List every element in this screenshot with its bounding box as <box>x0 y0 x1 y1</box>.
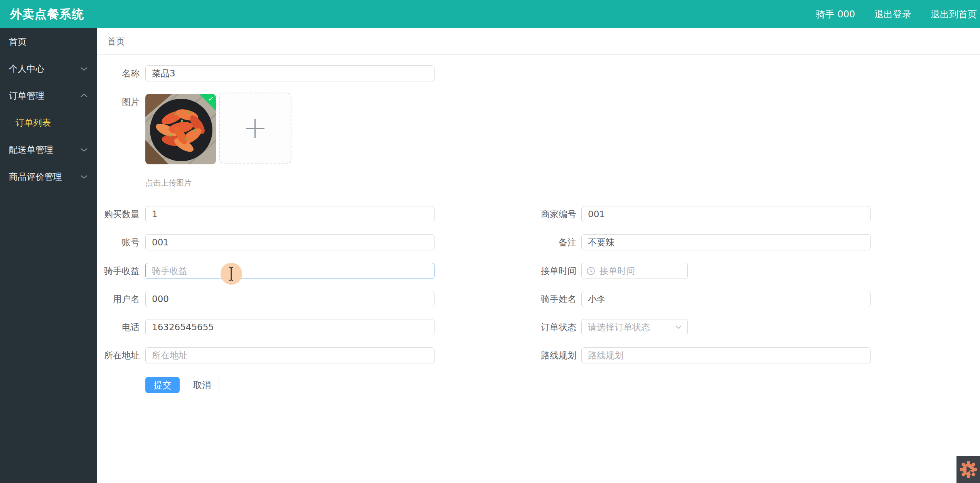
header-logout-link[interactable]: 退出登录 <box>874 8 911 20</box>
order-status-label: 订单状态 <box>505 319 576 335</box>
sidebar-item-order-list[interactable]: 订单列表 <box>0 109 97 136</box>
merchant-no-field[interactable] <box>581 206 871 222</box>
username-label: 用户名 <box>97 291 140 307</box>
sidebar-item-label: 订单管理 <box>9 90 44 102</box>
header-exit-to-home-link[interactable]: 退出到首页 <box>931 8 977 20</box>
username-field[interactable] <box>145 291 434 307</box>
accept-time-field[interactable] <box>581 263 688 279</box>
upload-tip: 点击上传图片 <box>145 178 192 188</box>
account-field[interactable] <box>145 234 434 250</box>
header-nav: 骑手 000 退出登录 退出到首页 <box>816 8 977 20</box>
cancel-button[interactable]: 取消 <box>185 377 219 393</box>
name-label: 名称 <box>97 65 140 81</box>
chevron-up-icon <box>80 93 88 98</box>
address-field[interactable] <box>145 347 434 363</box>
sidebar-item-home[interactable]: 首页 <box>0 28 97 55</box>
screen-recorder-badge[interactable] <box>956 456 980 483</box>
rider-name-field[interactable] <box>581 291 871 307</box>
address-label: 所在地址 <box>97 347 140 363</box>
chevron-down-icon <box>80 174 88 179</box>
rider-name-label: 骑手姓名 <box>505 291 576 307</box>
account-label: 账号 <box>97 234 140 250</box>
submit-button[interactable]: 提交 <box>145 377 180 393</box>
remark-field[interactable] <box>581 234 871 250</box>
remark-label: 备注 <box>505 234 576 250</box>
header-rider-account[interactable]: 骑手 000 <box>816 8 855 20</box>
phone-label: 电话 <box>97 319 140 335</box>
breadcrumb-bar: 首页 <box>97 28 980 55</box>
plus-icon <box>254 119 256 138</box>
order-status-placeholder: 请选择订单状态 <box>588 321 650 333</box>
order-edit-form: 名称 图片 <box>97 55 980 483</box>
image-label: 图片 <box>97 94 140 110</box>
chevron-down-icon <box>675 324 682 331</box>
sidebar-item-order-management[interactable]: 订单管理 <box>0 82 97 109</box>
sidebar-item-label: 订单列表 <box>15 117 51 129</box>
image-upload-button[interactable] <box>219 93 291 164</box>
sidebar-item-delivery-management[interactable]: 配送单管理 <box>0 136 97 163</box>
route-field[interactable] <box>581 347 871 363</box>
sidebar-item-personal-center[interactable]: 个人中心 <box>0 55 97 82</box>
app-title: 外卖点餐系统 <box>10 6 84 22</box>
name-field[interactable] <box>145 65 434 81</box>
chevron-down-icon <box>80 66 88 71</box>
sun-play-icon <box>959 460 978 479</box>
app-header: 外卖点餐系统 骑手 000 退出登录 退出到首页 <box>0 0 980 28</box>
accept-time-label: 接单时间 <box>505 263 576 279</box>
quantity-field[interactable] <box>145 206 434 222</box>
sidebar-item-label: 首页 <box>9 36 27 48</box>
chevron-down-icon <box>80 147 88 152</box>
sidebar-item-label: 配送单管理 <box>9 144 53 156</box>
route-label: 路线规划 <box>505 347 576 363</box>
order-status-select[interactable]: 请选择订单状态 <box>581 319 688 335</box>
sidebar-item-label: 商品评价管理 <box>9 171 62 183</box>
phone-field[interactable] <box>145 319 434 335</box>
rider-income-field[interactable] <box>145 263 434 279</box>
rider-income-label: 骑手收益 <box>97 263 140 279</box>
dish-image-thumbnail[interactable]: ✓ <box>145 94 216 164</box>
quantity-label: 购买数量 <box>97 206 140 222</box>
sidebar-item-label: 个人中心 <box>9 63 44 75</box>
sidebar: 首页 个人中心 订单管理 订单列表 配送单管理 商品评价管理 <box>0 28 97 483</box>
merchant-no-label: 商家编号 <box>505 206 576 222</box>
breadcrumb[interactable]: 首页 <box>107 35 125 47</box>
sidebar-item-review-management[interactable]: 商品评价管理 <box>0 163 97 190</box>
